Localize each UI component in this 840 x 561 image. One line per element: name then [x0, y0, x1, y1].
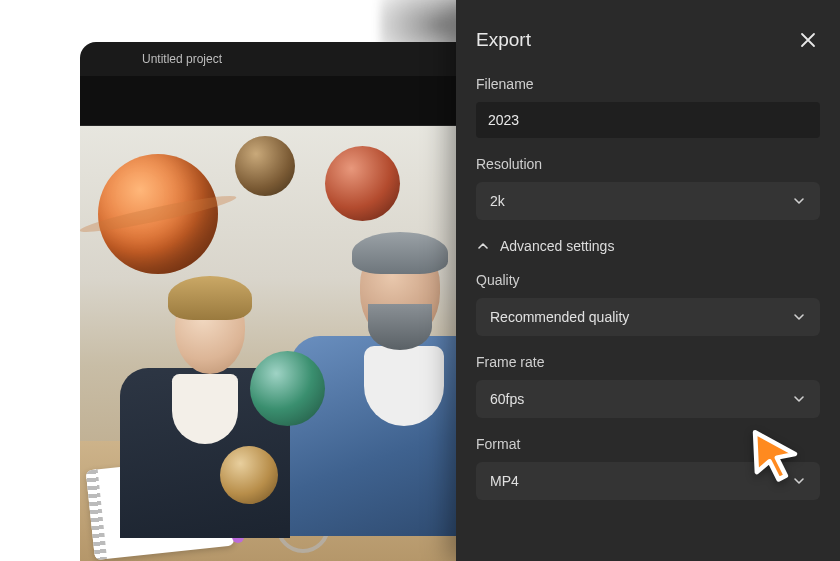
filename-label: Filename: [476, 76, 820, 92]
resolution-label: Resolution: [476, 156, 820, 172]
project-title: Untitled project: [142, 52, 222, 66]
format-group: Format MP4: [476, 436, 820, 500]
format-value: MP4: [490, 473, 519, 489]
framerate-label: Frame rate: [476, 354, 820, 370]
quality-label: Quality: [476, 272, 820, 288]
export-header: Export: [476, 28, 820, 52]
framerate-value: 60fps: [490, 391, 524, 407]
chevron-down-icon: [792, 474, 806, 488]
quality-group: Quality Recommended quality: [476, 272, 820, 336]
resolution-select[interactable]: 2k: [476, 182, 820, 220]
advanced-settings-toggle[interactable]: Advanced settings: [476, 238, 820, 254]
chevron-up-icon: [476, 239, 490, 253]
close-icon: [800, 32, 816, 48]
format-select[interactable]: MP4: [476, 462, 820, 500]
resolution-group: Resolution 2k: [476, 156, 820, 220]
filename-input[interactable]: [476, 102, 820, 138]
framerate-select[interactable]: 60fps: [476, 380, 820, 418]
chevron-down-icon: [792, 392, 806, 406]
resolution-value: 2k: [490, 193, 505, 209]
advanced-settings-label: Advanced settings: [500, 238, 614, 254]
quality-value: Recommended quality: [490, 309, 629, 325]
chevron-down-icon: [792, 194, 806, 208]
close-button[interactable]: [796, 28, 820, 52]
filename-group: Filename: [476, 76, 820, 138]
quality-select[interactable]: Recommended quality: [476, 298, 820, 336]
chevron-down-icon: [792, 310, 806, 324]
framerate-group: Frame rate 60fps: [476, 354, 820, 418]
export-panel: Export Filename Resolution 2k Advanced s…: [456, 0, 840, 561]
export-title: Export: [476, 29, 531, 51]
format-label: Format: [476, 436, 820, 452]
